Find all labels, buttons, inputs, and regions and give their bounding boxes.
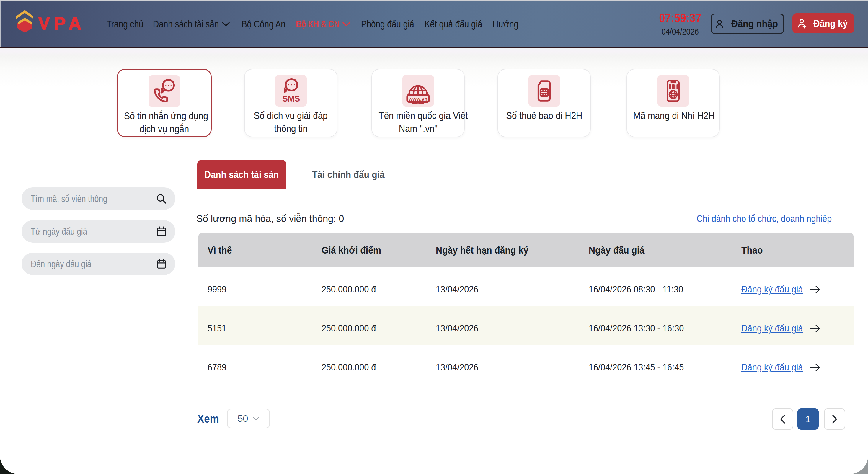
svg-text:SMS: SMS [282, 94, 300, 103]
svg-text:www.vn: www.vn [408, 96, 428, 101]
